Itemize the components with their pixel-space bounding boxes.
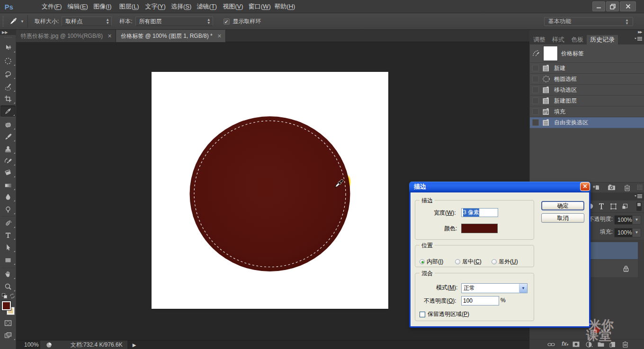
quick-mask-button[interactable] (0, 317, 16, 329)
history-state-新建图层[interactable]: 新建图层 (530, 96, 644, 106)
history-state-新建[interactable]: 新建 (530, 63, 644, 74)
collapse-panels-icon[interactable]: ▶▶ (638, 30, 642, 34)
link-layers-icon[interactable] (547, 342, 555, 347)
tool-type[interactable] (0, 229, 16, 241)
menu-item-I[interactable]: 图像(I) (93, 0, 119, 13)
ok-button[interactable]: 确定 (541, 201, 584, 210)
current-tool-button[interactable]: ▼ (8, 16, 24, 26)
new-snapshot-icon[interactable] (608, 184, 616, 191)
radio-C[interactable]: 居中(C) (455, 258, 492, 266)
tool-history-brush[interactable] (0, 155, 16, 166)
delete-layer-trash-icon[interactable] (622, 341, 628, 348)
show-sampling-ring-checkbox[interactable]: ✓ 显示取样环 (224, 17, 261, 26)
radio-I[interactable]: 内部(I) (420, 258, 455, 266)
history-brush-well[interactable] (532, 108, 539, 115)
dialog-opacity-input[interactable]: 100 (461, 296, 499, 305)
history-state-椭圆选框[interactable]: 椭圆选框 (530, 74, 644, 85)
tool-marquee-ellipse[interactable] (0, 55, 16, 67)
sample-select[interactable]: 所有图层 ▲▼ (135, 17, 213, 26)
menu-item-Y[interactable]: 文字(Y) (145, 0, 171, 13)
filter-smart-object-icon[interactable] (621, 203, 628, 210)
stroke-color-swatch[interactable] (461, 224, 498, 233)
filter-toggle-switch[interactable] (636, 202, 642, 211)
tool-quick-select[interactable] (0, 81, 16, 93)
dialog-close-button[interactable]: ✕ (580, 182, 590, 191)
status-flyout-arrow[interactable]: ▶ (133, 342, 136, 348)
add-mask-icon[interactable] (572, 341, 580, 347)
tool-dodge[interactable] (0, 204, 16, 215)
tool-brush[interactable] (0, 131, 16, 142)
minimize-button[interactable] (592, 1, 605, 11)
snapshot-thumbnail[interactable] (543, 46, 558, 61)
filter-shape-layers-icon[interactable] (610, 203, 617, 210)
menu-item-V[interactable]: 视图(V) (223, 0, 249, 13)
tool-zoom[interactable] (0, 281, 16, 292)
screen-mode-button[interactable] (0, 330, 16, 341)
tool-gradient[interactable] (0, 180, 16, 191)
tab-close-icon[interactable]: ✕ (217, 33, 222, 39)
opacity-control[interactable]: 100% ▼ (614, 215, 641, 225)
new-doc-from-state-icon[interactable] (592, 184, 600, 191)
delete-state-trash-icon[interactable] (624, 184, 630, 191)
tool-lasso[interactable] (0, 69, 16, 80)
panel-resize-grip[interactable] (637, 184, 643, 191)
tool-hand[interactable] (0, 269, 16, 280)
history-state-移动选区[interactable]: 移动选区 (530, 85, 644, 96)
mode-dropdown[interactable]: 正常 ▼ (461, 283, 528, 293)
history-panel-menu-icon[interactable] (635, 37, 642, 42)
history-brush-well[interactable] (532, 119, 539, 126)
tool-shape-rect[interactable] (0, 254, 16, 266)
menu-item-E[interactable]: 编辑(E) (68, 0, 94, 13)
menu-item-S[interactable]: 选择(S) (171, 0, 197, 13)
history-brush-well[interactable] (532, 65, 539, 71)
document-canvas[interactable] (152, 72, 388, 309)
history-brush-well[interactable] (532, 87, 539, 93)
tools-collapse-button[interactable]: ▶▶ (0, 30, 16, 35)
menu-item-T[interactable]: 滤镜(T) (197, 0, 223, 13)
tool-blur[interactable] (0, 191, 16, 202)
menu-item-L[interactable]: 图层(L) (119, 0, 145, 13)
history-snapshot-row[interactable]: 价格标签 (530, 44, 644, 63)
fill-control[interactable]: 100% ▼ (614, 228, 641, 237)
opacity-dropdown-arrow[interactable]: ▼ (632, 216, 641, 224)
menu-item-F[interactable]: 文件(F) (42, 0, 68, 13)
panel-tab-历史记录[interactable]: 历史记录 (587, 35, 618, 44)
menu-item-H[interactable]: 帮助(H) (274, 0, 300, 13)
workspace-switcher[interactable]: 基本功能 ▲▼ (544, 17, 633, 26)
foreground-color-swatch[interactable] (1, 301, 11, 311)
fill-dropdown-arrow[interactable]: ▼ (632, 228, 641, 237)
swap-colors-icon[interactable] (9, 293, 15, 299)
tool-eraser[interactable] (0, 167, 16, 178)
tool-crop[interactable] (0, 93, 16, 105)
history-brush-source-icon[interactable] (532, 50, 540, 57)
layers-panel-menu-icon[interactable] (635, 194, 642, 199)
tool-path-select[interactable] (0, 242, 16, 253)
panel-tab-样式[interactable]: 样式 (549, 35, 568, 44)
history-brush-well[interactable] (532, 76, 539, 82)
dialog-title-bar[interactable]: 描边 ✕ (409, 182, 590, 192)
document-tab-1[interactable]: 特惠价标签.jpg @ 100%(RGB/8)✕ (16, 30, 116, 42)
width-input[interactable]: 3 像素 (461, 208, 498, 217)
tool-spot-heal[interactable] (0, 119, 16, 131)
panel-tab-调整[interactable]: 调整 (530, 35, 549, 44)
tab-close-icon[interactable]: ✕ (107, 33, 112, 39)
panel-tab-色板[interactable]: 色板 (568, 35, 587, 44)
tool-move[interactable] (0, 42, 16, 53)
filter-type-layers-icon[interactable] (599, 203, 604, 209)
restore-button[interactable] (606, 1, 619, 11)
history-state-填充[interactable]: 填充 (530, 106, 644, 117)
zoom-level[interactable]: 100% (24, 341, 39, 348)
sample-size-select[interactable]: 取样点 ▲▼ (62, 17, 112, 26)
layer-effects-icon[interactable]: fx▾ (562, 340, 568, 348)
document-tab-2[interactable]: 价格标签 @ 100% (图层 1, RGB/8) *✕ (116, 30, 226, 42)
history-brush-well[interactable] (532, 97, 539, 104)
history-state-自由变换选区[interactable]: 自由变换选区 (530, 117, 644, 128)
mode-dropdown-button[interactable]: ▼ (519, 284, 527, 293)
cancel-button[interactable]: 取消 (541, 213, 584, 223)
menu-item-W[interactable]: 窗口(W) (249, 0, 275, 13)
tool-pen[interactable] (0, 218, 16, 229)
tool-eyedropper[interactable] (0, 105, 16, 117)
radio-U[interactable]: 居外(U) (492, 258, 518, 266)
tool-clone-stamp[interactable] (0, 143, 16, 155)
close-button[interactable] (620, 1, 636, 11)
